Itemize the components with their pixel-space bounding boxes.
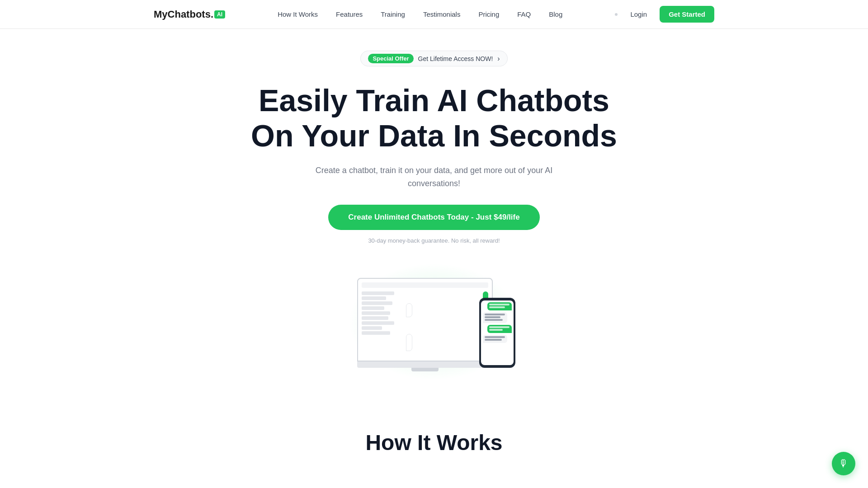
hero-subtitle: Create a chatbot, train it on your data,… xyxy=(312,164,556,190)
logo[interactable]: MyChatbots.AI xyxy=(154,9,225,20)
nav-features[interactable]: Features xyxy=(336,10,363,18)
nav-pricing[interactable]: Pricing xyxy=(478,10,499,18)
laptop xyxy=(357,278,493,371)
phone-screen xyxy=(481,300,514,365)
hero-section: Special Offer Get Lifetime Access NOW! ›… xyxy=(0,29,868,403)
laptop-base xyxy=(357,361,493,368)
hero-title: Easily Train AI Chatbots On Your Data In… xyxy=(251,83,617,153)
divider xyxy=(615,13,618,16)
how-it-works-section: How It Works xyxy=(0,403,868,464)
phone xyxy=(479,298,515,368)
laptop-stand xyxy=(411,368,439,371)
screen-topbar xyxy=(362,282,488,288)
chat-widget-button[interactable]: 🎙 xyxy=(832,452,855,475)
phone-chat-bubble-3 xyxy=(487,325,512,333)
hero-image xyxy=(344,258,524,385)
nav-right: Login Get Started xyxy=(615,6,714,23)
screen-content xyxy=(358,279,492,361)
screen-right xyxy=(404,291,488,357)
phone-screen-wrapper xyxy=(479,298,515,368)
how-it-works-title: How It Works xyxy=(0,430,868,455)
laptop-screen xyxy=(357,278,493,361)
phone-chat-bubble-4 xyxy=(483,335,507,343)
navbar: MyChatbots.AI How It Works Features Trai… xyxy=(0,0,868,29)
hero-title-line2: On Your Data In Seconds xyxy=(251,118,617,153)
special-offer-text: Get Lifetime Access NOW! xyxy=(418,55,493,62)
nav-links: How It Works Features Training Testimoni… xyxy=(278,10,562,19)
logo-ai-badge: AI xyxy=(214,10,225,19)
phone-chat-bubble-1 xyxy=(487,302,512,310)
login-button[interactable]: Login xyxy=(625,7,652,22)
nav-blog[interactable]: Blog xyxy=(549,10,562,18)
devices-wrapper xyxy=(348,263,520,380)
chat-bubble-white-2 xyxy=(406,334,412,351)
cta-button[interactable]: Create Unlimited Chatbots Today - Just $… xyxy=(328,205,539,230)
nav-testimonials[interactable]: Testimonials xyxy=(423,10,461,18)
special-offer-badge: Special Offer xyxy=(368,54,413,63)
screen-left xyxy=(362,291,402,357)
guarantee-text: 30-day money-back guarantee. No risk, al… xyxy=(368,237,500,244)
hero-title-line1: Easily Train AI Chatbots xyxy=(259,83,609,117)
nav-how-it-works[interactable]: How It Works xyxy=(278,10,318,18)
microphone-icon: 🎙 xyxy=(839,458,849,469)
nav-training[interactable]: Training xyxy=(381,10,405,18)
nav-faq[interactable]: FAQ xyxy=(517,10,531,18)
screen-sidebar xyxy=(362,291,488,357)
chat-bubble-white-1 xyxy=(406,303,412,317)
get-started-button[interactable]: Get Started xyxy=(660,6,714,23)
special-offer-banner[interactable]: Special Offer Get Lifetime Access NOW! › xyxy=(360,51,507,66)
chevron-right-icon: › xyxy=(497,55,500,63)
logo-text: MyChatbots. xyxy=(154,9,213,20)
phone-chat-bubble-2 xyxy=(483,312,507,323)
